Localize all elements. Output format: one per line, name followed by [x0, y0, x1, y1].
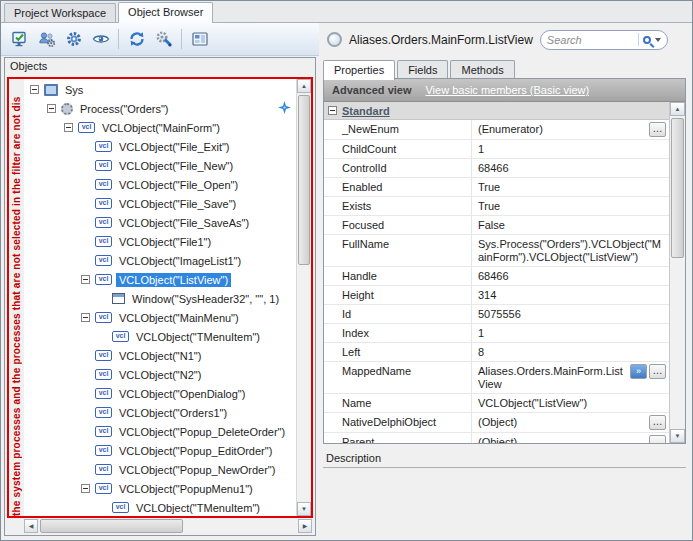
tree-item[interactable]: vclVCLObject("File_SaveAs"): [24, 213, 296, 232]
collapse-toggle[interactable]: [47, 104, 56, 113]
property-row[interactable]: ExistsTrue: [324, 197, 669, 216]
scroll-left-arrow[interactable]: ◀: [24, 519, 38, 533]
property-row[interactable]: _NewEnum(Enumerator)…: [324, 120, 669, 140]
tab-properties[interactable]: Properties: [323, 60, 395, 80]
tree-item-label: VCLObject("N2"): [116, 368, 204, 382]
tree-item[interactable]: vclVCLObject("Popup_DeleteOrder"): [24, 422, 296, 441]
tree-item[interactable]: vclVCLObject("MainMenu"): [24, 308, 296, 327]
mapped-name-button[interactable]: »: [630, 364, 647, 379]
search-icon[interactable]: [643, 36, 651, 44]
vcl-icon: vcl: [95, 217, 112, 228]
property-value[interactable]: 5075556: [472, 305, 669, 323]
ellipsis-button[interactable]: …: [649, 122, 666, 137]
scroll-up-arrow[interactable]: ▲: [297, 79, 311, 93]
tree-item[interactable]: vclVCLObject("Popup_EditOrder"): [24, 441, 296, 460]
property-value[interactable]: 68466: [472, 159, 669, 177]
search-options-caret[interactable]: [655, 38, 661, 42]
property-row[interactable]: MappedNameAliases.Orders.MainForm.ListVi…: [324, 362, 669, 394]
tree-item[interactable]: vclVCLObject("File_Exit"): [24, 137, 296, 156]
tab-fields[interactable]: Fields: [397, 60, 448, 78]
tree-item[interactable]: Process("Orders"): [24, 99, 296, 118]
collapse-toggle[interactable]: [81, 484, 90, 493]
property-row[interactable]: Id5075556: [324, 305, 669, 324]
tree-item[interactable]: vclVCLObject("TMenuItem"): [24, 327, 296, 346]
tree-item[interactable]: Sys: [24, 80, 296, 99]
tree-item[interactable]: vclVCLObject("TMenuItem"): [24, 498, 296, 516]
property-row[interactable]: ControlId68466: [324, 159, 669, 178]
tree-item[interactable]: vclVCLObject("File1"): [24, 232, 296, 251]
tree-item[interactable]: vclVCLObject("ImageList1"): [24, 251, 296, 270]
scroll-down-arrow[interactable]: ▼: [670, 429, 685, 443]
property-value[interactable]: False: [472, 216, 669, 234]
property-group-row[interactable]: Standard: [324, 102, 669, 120]
object-checkpoint-button[interactable]: [6, 27, 33, 52]
property-row[interactable]: Handle68466: [324, 267, 669, 286]
property-value[interactable]: True: [472, 197, 669, 215]
panel-button[interactable]: [186, 27, 213, 52]
property-value[interactable]: VCLObject("ListView"): [472, 394, 669, 412]
collapse-toggle[interactable]: [81, 313, 90, 322]
ellipsis-button[interactable]: …: [649, 435, 666, 443]
ellipsis-button[interactable]: …: [649, 364, 666, 379]
scroll-thumb[interactable]: [40, 519, 183, 533]
tree-item[interactable]: vclVCLObject("N1"): [24, 346, 296, 365]
property-value[interactable]: 1: [472, 140, 669, 158]
property-row[interactable]: Parent(Object)…: [324, 433, 669, 443]
refresh-button[interactable]: [123, 27, 150, 52]
advanced-settings-button[interactable]: [150, 27, 177, 52]
scroll-thumb[interactable]: [671, 118, 684, 258]
property-value[interactable]: 314: [472, 286, 669, 304]
property-value[interactable]: True: [472, 178, 669, 196]
tree-item[interactable]: vclVCLObject("ListView"): [24, 270, 296, 289]
property-row[interactable]: Index1: [324, 324, 669, 343]
property-value[interactable]: 1: [472, 324, 669, 342]
process-filter-button[interactable]: [33, 27, 60, 52]
property-value[interactable]: (Object)…: [472, 413, 669, 432]
property-value[interactable]: 68466: [472, 267, 669, 285]
property-row[interactable]: FullNameSys.Process("Orders").VCLObject(…: [324, 235, 669, 267]
grid-vertical-scrollbar[interactable]: ▲ ▼: [669, 102, 685, 443]
property-name: Name: [324, 394, 472, 412]
scroll-down-arrow[interactable]: ▼: [297, 502, 311, 516]
ellipsis-button[interactable]: …: [649, 415, 666, 430]
scroll-thumb[interactable]: [298, 95, 310, 265]
collapse-toggle[interactable]: [328, 106, 337, 115]
scroll-right-arrow[interactable]: ▶: [298, 519, 312, 533]
tree-item[interactable]: vclVCLObject("Orders1"): [24, 403, 296, 422]
collapse-toggle[interactable]: [30, 85, 39, 94]
tree-item[interactable]: vclVCLObject("File_Open"): [24, 175, 296, 194]
tree-horizontal-scrollbar[interactable]: ◀ ▶: [24, 519, 312, 533]
property-value[interactable]: (Enumerator)…: [472, 120, 669, 139]
scroll-up-arrow[interactable]: ▲: [670, 102, 685, 116]
basic-view-link[interactable]: View basic members (Basic view): [425, 84, 589, 96]
property-value[interactable]: Sys.Process("Orders").VCLObject("MainFor…: [472, 235, 669, 266]
tree-item[interactable]: vclVCLObject("MainForm"): [24, 118, 296, 137]
tree-item[interactable]: vclVCLObject("PopupMenu1"): [24, 479, 296, 498]
property-value[interactable]: Aliases.Orders.MainForm.ListView»…: [472, 362, 669, 393]
tree-item[interactable]: vclVCLObject("File_Save"): [24, 194, 296, 213]
tab-object-browser[interactable]: Object Browser: [118, 2, 213, 23]
property-row[interactable]: NameVCLObject("ListView"): [324, 394, 669, 413]
property-value[interactable]: (Object)…: [472, 433, 669, 443]
search-input[interactable]: [547, 34, 634, 46]
tree-item[interactable]: vclVCLObject("N2"): [24, 365, 296, 384]
property-row[interactable]: Height314: [324, 286, 669, 305]
property-row[interactable]: ChildCount1: [324, 140, 669, 159]
property-row[interactable]: Left8: [324, 343, 669, 362]
settings-button[interactable]: [60, 27, 87, 52]
property-value[interactable]: 8: [472, 343, 669, 361]
tree-item[interactable]: vclVCLObject("File_New"): [24, 156, 296, 175]
highlight-on-screen-button[interactable]: [87, 27, 114, 52]
property-row[interactable]: NativeDelphiObject(Object)…: [324, 413, 669, 433]
tree-item[interactable]: Window("SysHeader32", "", 1): [24, 289, 296, 308]
tree-item[interactable]: vclVCLObject("OpenDialog"): [24, 384, 296, 403]
collapse-toggle[interactable]: [64, 123, 73, 132]
tab-project-workspace[interactable]: Project Workspace: [4, 3, 116, 22]
tab-methods[interactable]: Methods: [450, 60, 514, 78]
collapse-toggle[interactable]: [81, 275, 90, 284]
property-row[interactable]: FocusedFalse: [324, 216, 669, 235]
property-row[interactable]: EnabledTrue: [324, 178, 669, 197]
tree-item[interactable]: vclVCLObject("Popup_NewOrder"): [24, 460, 296, 479]
tree-vertical-scrollbar[interactable]: ▲ ▼: [296, 79, 311, 516]
scroll-track[interactable]: [38, 519, 298, 533]
